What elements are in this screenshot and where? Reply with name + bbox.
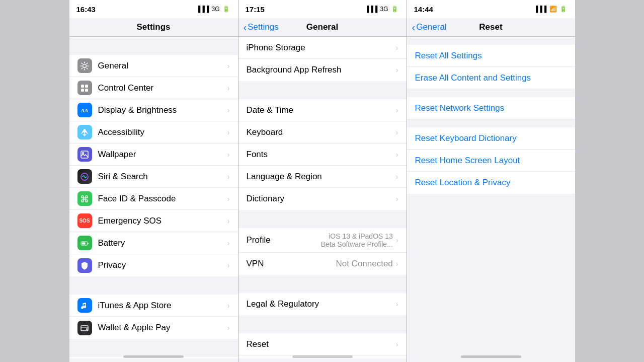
status-icons-3: ▐▐▐ 📶 🔋: [534, 6, 567, 13]
settings-item-control-center[interactable]: Control Center ›: [69, 77, 238, 99]
siri-chevron: ›: [227, 173, 230, 181]
svg-rect-16: [82, 242, 86, 244]
siri-label: Siri & Search: [98, 172, 227, 182]
settings-item-display[interactable]: AA Display & Brightness ›: [69, 99, 238, 121]
settings-item-itunes[interactable]: iTunes & App Store ›: [69, 295, 238, 317]
phone-reset: 14:44 ▐▐▐ 📶 🔋 ‹ General Reset Reset All …: [407, 0, 575, 362]
svg-rect-12: [86, 200, 88, 202]
sep-g4: [238, 315, 407, 333]
reset-item-location[interactable]: Reset Location & Privacy: [407, 172, 575, 194]
back-to-general[interactable]: ‹ General: [412, 22, 447, 32]
settings-item-wallpaper[interactable]: Wallpaper ›: [69, 143, 238, 166]
reset-item-all-settings[interactable]: Reset All Settings: [407, 45, 575, 67]
control-center-label: Control Center: [98, 83, 227, 93]
reset-keyboard-label: Reset Keyboard Dictionary: [415, 133, 517, 143]
privacy-label: Privacy: [98, 260, 227, 270]
reset-all-label: Reset All Settings: [415, 51, 482, 61]
general-item-profile[interactable]: Profile iOS 13 & iPadOS 13 Beta Software…: [238, 228, 407, 253]
reset-label: Reset: [247, 339, 396, 349]
reset-sep-top: [407, 37, 575, 45]
wallet-icon: [77, 321, 92, 335]
reset-item-keyboard[interactable]: Reset Keyboard Dictionary: [407, 127, 575, 150]
dictionary-chevron: ›: [396, 195, 398, 203]
reset-item-home-screen[interactable]: Reset Home Screen Layout: [407, 150, 575, 172]
vpn-value: Not Connected: [336, 259, 392, 269]
general-item-fonts[interactable]: Fonts ›: [238, 143, 407, 166]
general-item-vpn[interactable]: VPN Not Connected ›: [238, 253, 407, 275]
svg-point-13: [84, 198, 86, 200]
sep-g1: [238, 81, 407, 99]
vpn-label: VPN: [247, 259, 336, 269]
general-group-legal: Legal & Regulatory ›: [238, 293, 407, 315]
settings-group-1: General › Control Center › AA Display & …: [69, 55, 238, 276]
home-indicator-1: [123, 355, 184, 358]
battery-icon: [77, 236, 92, 250]
network-type: 3G: [211, 6, 219, 13]
reset-group-1: Reset All Settings Erase All Content and…: [407, 45, 575, 89]
fonts-label: Fonts: [247, 150, 396, 160]
general-list[interactable]: iPhone Storage › Background App Refresh …: [238, 37, 407, 358]
back-to-settings[interactable]: ‹ Settings: [244, 22, 279, 32]
reset-item-network[interactable]: Reset Network Settings: [407, 97, 575, 119]
settings-item-accessibility[interactable]: Accessibility ›: [69, 121, 238, 143]
general-item-reset[interactable]: Reset ›: [238, 333, 407, 355]
general-item-bg-refresh[interactable]: Background App Refresh ›: [238, 59, 407, 81]
reset-list[interactable]: Reset All Settings Erase All Content and…: [407, 37, 575, 358]
storage-chevron: ›: [396, 44, 398, 52]
settings-item-general[interactable]: General ›: [69, 55, 238, 77]
reset-network-label: Reset Network Settings: [415, 103, 505, 113]
settings-item-siri[interactable]: Siri & Search ›: [69, 166, 238, 188]
general-item-datetime[interactable]: Date & Time ›: [238, 99, 407, 121]
datetime-label: Date & Time: [247, 105, 396, 115]
legal-chevron: ›: [396, 300, 398, 308]
nav-title-settings: Settings: [136, 22, 170, 32]
status-bar-3: 14:44 ▐▐▐ 📶 🔋: [407, 0, 575, 18]
battery-icon: 🔋: [222, 6, 230, 13]
general-item-language[interactable]: Language & Region ›: [238, 166, 407, 188]
storage-label: iPhone Storage: [247, 43, 396, 53]
faceid-chevron: ›: [227, 195, 230, 203]
reset-item-erase[interactable]: Erase All Content and Settings: [407, 67, 575, 89]
erase-label: Erase All Content and Settings: [415, 73, 531, 83]
reset-sep-2: [407, 119, 575, 127]
display-chevron: ›: [227, 106, 230, 114]
status-icons-1: ▐▐▐ 3G 🔋: [196, 6, 230, 13]
general-group-datetime: Date & Time › Keyboard › Fonts › Languag…: [238, 99, 407, 210]
sep-g2: [238, 210, 407, 228]
settings-item-wallet[interactable]: Wallet & Apple Pay ›: [69, 317, 238, 339]
general-item-storage[interactable]: iPhone Storage ›: [238, 37, 407, 59]
profile-sub-label: iOS 13 & iPadOS 13 Beta Software Profile…: [312, 232, 393, 248]
keyboard-chevron: ›: [396, 128, 398, 136]
bg-refresh-chevron: ›: [396, 66, 398, 74]
settings-item-emergency[interactable]: SOS Emergency SOS ›: [69, 210, 238, 232]
general-icon: [77, 58, 92, 73]
settings-list[interactable]: General › Control Center › AA Display & …: [69, 37, 238, 358]
emergency-icon: SOS: [77, 213, 92, 228]
svg-rect-4: [85, 89, 88, 92]
settings-item-faceid[interactable]: Face ID & Passcode ›: [69, 188, 238, 210]
privacy-icon: [77, 258, 92, 273]
signal-icon-2: ▐▐▐: [365, 6, 378, 13]
battery-icon-3: 🔋: [559, 6, 567, 13]
language-chevron: ›: [396, 173, 398, 181]
general-item-dictionary[interactable]: Dictionary ›: [238, 188, 407, 210]
settings-item-privacy[interactable]: Privacy ›: [69, 254, 238, 276]
section-gap-3: [69, 339, 238, 357]
vpn-chevron: ›: [396, 260, 398, 268]
reset-sep-1: [407, 89, 575, 97]
reset-location-label: Reset Location & Privacy: [415, 178, 511, 188]
general-item-legal[interactable]: Legal & Regulatory ›: [238, 293, 407, 315]
reset-chevron: ›: [396, 340, 398, 348]
svg-rect-17: [81, 326, 88, 331]
emergency-label: Emergency SOS: [98, 216, 227, 226]
svg-point-0: [83, 64, 87, 67]
wallpaper-label: Wallpaper: [98, 150, 227, 160]
profile-chevron: ›: [396, 236, 398, 244]
section-gap-1: [69, 37, 238, 55]
svg-rect-10: [86, 196, 88, 198]
itunes-icon: [77, 298, 92, 313]
keyboard-label: Keyboard: [247, 127, 396, 137]
general-item-keyboard[interactable]: Keyboard ›: [238, 121, 407, 143]
back-arrow-icon-3: ‹: [412, 22, 416, 32]
settings-item-battery[interactable]: Battery ›: [69, 232, 238, 254]
